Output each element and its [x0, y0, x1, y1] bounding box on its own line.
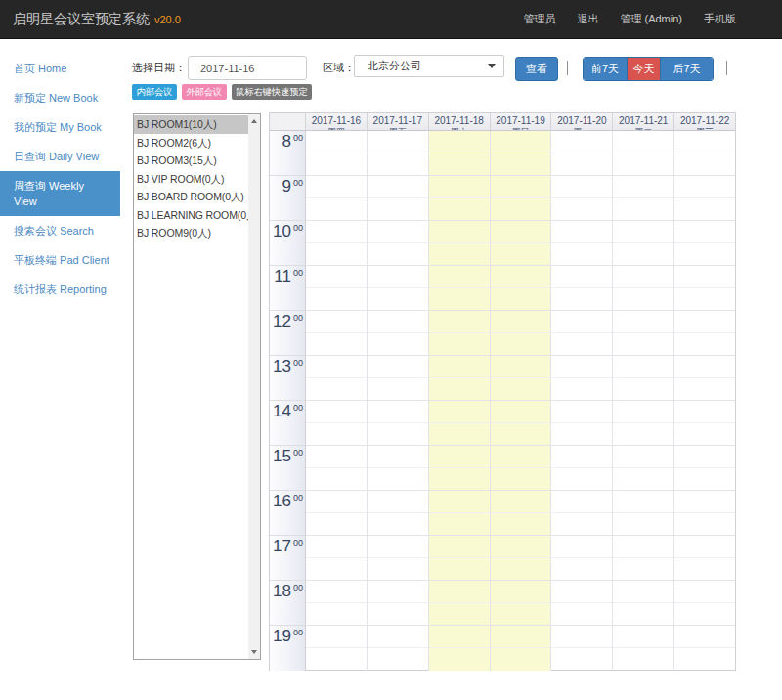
sidebar-item[interactable]: 新预定 New Book — [0, 83, 120, 112]
sidebar-item[interactable]: 首页 Home — [0, 54, 120, 83]
time-slot[interactable] — [491, 153, 551, 176]
time-slot[interactable] — [306, 153, 367, 176]
time-slot[interactable] — [368, 131, 428, 153]
sidebar-item[interactable]: 日查询 Daily View — [0, 142, 120, 171]
time-slot[interactable] — [674, 288, 735, 311]
time-slot[interactable] — [551, 468, 612, 491]
time-slot[interactable] — [429, 513, 490, 536]
time-slot[interactable] — [306, 468, 367, 491]
time-slot[interactable] — [306, 176, 367, 198]
time-slot[interactable] — [613, 536, 673, 558]
time-slot[interactable] — [368, 243, 428, 266]
time-slot[interactable] — [368, 311, 428, 333]
day-column[interactable] — [429, 131, 491, 671]
time-slot[interactable] — [674, 446, 735, 468]
time-slot[interactable] — [429, 603, 490, 626]
time-slot[interactable] — [306, 311, 367, 333]
time-slot[interactable] — [674, 468, 735, 491]
time-slot[interactable] — [674, 401, 735, 423]
time-slot[interactable] — [306, 243, 367, 266]
time-slot[interactable] — [674, 513, 735, 536]
time-slot[interactable] — [306, 558, 367, 581]
time-slot[interactable] — [306, 536, 367, 558]
time-slot[interactable] — [368, 266, 428, 288]
room-option[interactable]: BJ VIP ROOM(0人) — [134, 170, 248, 189]
time-slot[interactable] — [613, 513, 673, 536]
time-slot[interactable] — [491, 446, 551, 468]
time-slot[interactable] — [368, 198, 428, 221]
time-slot[interactable] — [491, 603, 551, 626]
time-slot[interactable] — [491, 311, 551, 333]
time-slot[interactable] — [306, 198, 367, 221]
time-slot[interactable] — [491, 221, 551, 243]
time-slot[interactable] — [551, 513, 612, 536]
time-slot[interactable] — [551, 423, 612, 446]
time-slot[interactable] — [613, 311, 673, 333]
time-slot[interactable] — [674, 581, 735, 603]
time-slot[interactable] — [613, 468, 673, 491]
time-slot[interactable] — [429, 558, 490, 581]
time-slot[interactable] — [429, 446, 490, 468]
time-slot[interactable] — [551, 648, 612, 671]
time-slot[interactable] — [674, 558, 735, 581]
time-slot[interactable] — [306, 378, 367, 401]
sidebar-item[interactable]: 我的预定 My Book — [0, 112, 120, 142]
time-slot[interactable] — [613, 378, 673, 401]
day-column[interactable] — [368, 131, 429, 671]
time-slot[interactable] — [491, 176, 551, 198]
time-slot[interactable] — [368, 581, 428, 603]
time-slot[interactable] — [429, 311, 490, 333]
scroll-down-icon[interactable] — [248, 644, 260, 659]
time-slot[interactable] — [491, 356, 551, 378]
time-slot[interactable] — [491, 243, 551, 266]
time-slot[interactable] — [429, 131, 490, 153]
day-column[interactable] — [613, 131, 674, 671]
time-slot[interactable] — [429, 356, 490, 378]
time-slot[interactable] — [491, 491, 551, 513]
time-slot[interactable] — [613, 603, 673, 626]
day-column[interactable] — [491, 131, 552, 671]
time-slot[interactable] — [551, 536, 612, 558]
time-slot[interactable] — [306, 446, 367, 468]
time-slot[interactable] — [551, 266, 612, 288]
time-slot[interactable] — [491, 266, 551, 288]
time-slot[interactable] — [368, 288, 428, 311]
time-slot[interactable] — [551, 626, 612, 648]
time-slot[interactable] — [491, 333, 551, 356]
time-slot[interactable] — [429, 581, 490, 603]
time-slot[interactable] — [429, 176, 490, 198]
sidebar-item[interactable]: 统计报表 Reporting — [0, 275, 120, 304]
room-option[interactable]: BJ BOARD ROOM(0人) — [134, 188, 248, 206]
time-slot[interactable] — [674, 266, 735, 288]
time-slot[interactable] — [306, 266, 367, 288]
time-slot[interactable] — [491, 513, 551, 536]
scroll-up-icon[interactable] — [248, 114, 260, 129]
room-list-scrollbar[interactable] — [248, 114, 260, 659]
time-slot[interactable] — [368, 378, 428, 401]
time-slot[interactable] — [306, 333, 367, 356]
time-slot[interactable] — [429, 266, 490, 288]
time-slot[interactable] — [551, 198, 612, 221]
time-slot[interactable] — [674, 648, 735, 671]
time-slot[interactable] — [306, 356, 367, 378]
time-slot[interactable] — [368, 558, 428, 581]
time-slot[interactable] — [674, 198, 735, 221]
time-slot[interactable] — [491, 468, 551, 491]
time-slot[interactable] — [429, 288, 490, 311]
time-slot[interactable] — [613, 198, 673, 221]
time-slot[interactable] — [613, 221, 673, 243]
time-slot[interactable] — [613, 648, 673, 671]
topnav-item[interactable]: 管理员 — [523, 12, 555, 26]
next-7-days-button[interactable]: 后7天 — [660, 58, 713, 80]
time-slot[interactable] — [491, 401, 551, 423]
time-slot[interactable] — [368, 491, 428, 513]
time-slot[interactable] — [306, 581, 367, 603]
time-slot[interactable] — [306, 423, 367, 446]
time-slot[interactable] — [551, 378, 612, 401]
time-slot[interactable] — [368, 603, 428, 626]
time-slot[interactable] — [551, 491, 612, 513]
time-slot[interactable] — [674, 311, 735, 333]
time-slot[interactable] — [368, 513, 428, 536]
time-slot[interactable] — [613, 243, 673, 266]
topnav-item[interactable]: 手机版 — [704, 12, 736, 26]
